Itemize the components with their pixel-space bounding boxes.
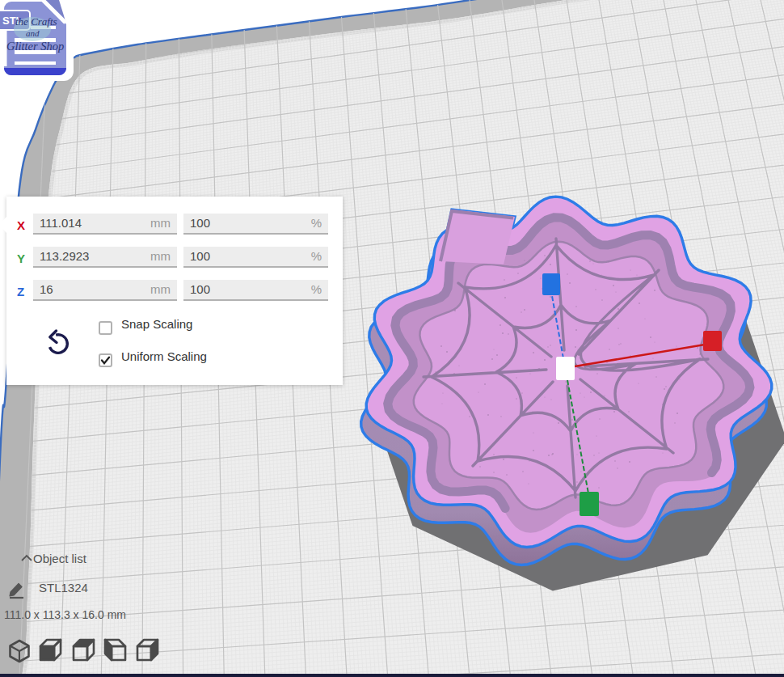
svg-text:and: and (26, 28, 40, 38)
svg-text:the Crafts: the Crafts (15, 15, 57, 28)
svg-text:Glitter Shop: Glitter Shop (6, 40, 64, 53)
